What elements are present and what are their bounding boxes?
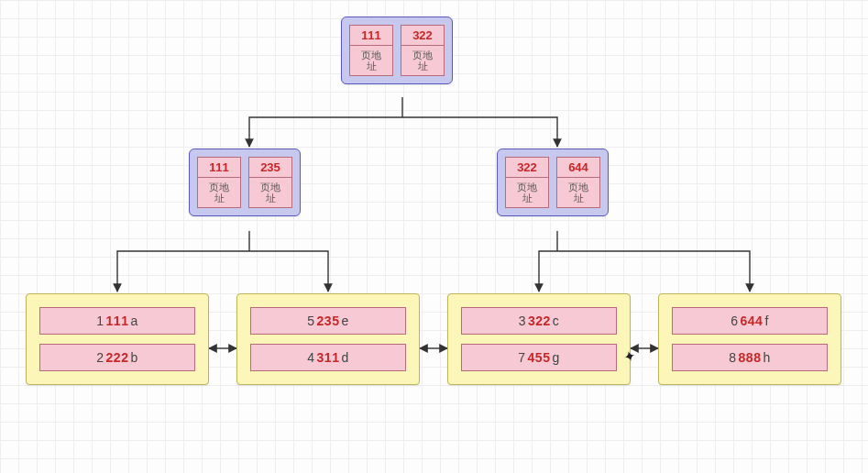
- internal-index-node-left: 111 页地址 235 页地址: [189, 148, 301, 216]
- index-cell: 644 页地址: [556, 157, 600, 208]
- index-pointer-label: 页地址: [401, 46, 445, 76]
- leaf-record: 1111a: [39, 307, 195, 335]
- leaf-record: 2222b: [39, 344, 195, 371]
- index-pointer-label: 页地址: [556, 178, 600, 208]
- index-key: 322: [505, 157, 549, 178]
- index-cell: 322 页地址: [401, 25, 445, 76]
- index-key: 235: [248, 157, 292, 178]
- leaf-record: 3322c: [461, 307, 617, 335]
- index-pointer-label: 页地址: [349, 46, 393, 76]
- index-key: 111: [197, 157, 241, 178]
- index-pointer-label: 页地址: [505, 178, 549, 208]
- index-pointer-label: 页地址: [197, 178, 241, 208]
- index-cell: 235 页地址: [248, 157, 292, 208]
- index-cell: 111 页地址: [349, 25, 393, 76]
- leaf-node: 5235e 4311d: [236, 293, 420, 385]
- leaf-node: 6644f 8888h: [658, 293, 841, 385]
- internal-index-node-right: 322 页地址 644 页地址: [497, 148, 609, 216]
- index-key: 322: [401, 25, 445, 46]
- index-key: 111: [349, 25, 393, 46]
- leaf-record: 5235e: [250, 307, 406, 335]
- root-index-node: 111 页地址 322 页地址: [341, 16, 453, 84]
- index-cell: 111 页地址: [197, 157, 241, 208]
- index-key: 644: [556, 157, 600, 178]
- leaf-node: 1111a 2222b: [26, 293, 209, 385]
- leaf-record: 7455g: [461, 344, 617, 371]
- leaf-node: 3322c 7455g: [447, 293, 631, 385]
- index-cell: 322 页地址: [505, 157, 549, 208]
- leaf-record: 8888h: [672, 344, 828, 371]
- leaf-record: 6644f: [672, 307, 828, 335]
- leaf-record: 4311d: [250, 344, 406, 371]
- index-pointer-label: 页地址: [248, 178, 292, 208]
